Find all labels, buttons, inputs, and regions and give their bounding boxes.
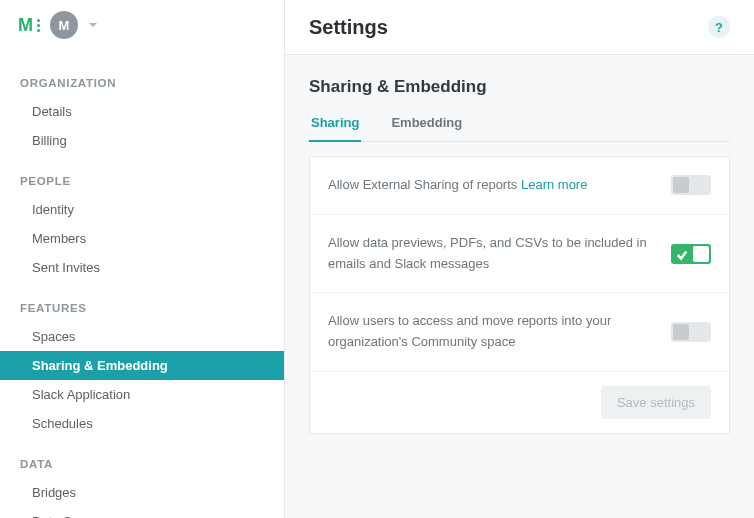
nav-group-title: FEATURES [0,296,284,322]
nav-group-title: ORGANIZATION [0,71,284,97]
sidebar-top: M M [0,0,284,51]
sidebar-item-slack-application[interactable]: Slack Application [0,380,284,409]
help-button[interactable]: ? [708,16,730,38]
tab-sharing[interactable]: Sharing [309,115,361,142]
sidebar: M M ORGANIZATIONDetailsBillingPEOPLEIden… [0,0,285,518]
page-title: Settings [309,16,388,39]
tabs: SharingEmbedding [309,115,730,142]
main-body: Sharing & Embedding SharingEmbedding All… [285,54,754,518]
nav-group-title: DATA [0,452,284,478]
main-header: Settings ? [285,0,754,54]
setting-external-sharing-toggle[interactable] [671,175,711,195]
sidebar-item-sharing-embedding[interactable]: Sharing & Embedding [0,351,284,380]
toggle-knob [693,246,709,262]
sidebar-item-spaces[interactable]: Spaces [0,322,284,351]
sidebar-item-data-sources[interactable]: Data Sources [0,507,284,518]
org-avatar[interactable]: M [50,11,78,39]
setting-community-space: Allow users to access and move reports i… [310,292,729,371]
setting-label: Allow users to access and move reports i… [328,311,648,353]
setting-community-space-toggle[interactable] [671,322,711,342]
sidebar-item-identity[interactable]: Identity [0,195,284,224]
section-title: Sharing & Embedding [309,77,730,97]
settings-panel: Allow External Sharing of reports Learn … [309,156,730,434]
setting-label: Allow External Sharing of reports Learn … [328,175,587,196]
app-logo[interactable]: M [18,15,40,36]
sidebar-item-details[interactable]: Details [0,97,284,126]
chevron-down-icon[interactable] [88,16,98,34]
setting-label: Allow data previews, PDFs, and CSVs to b… [328,233,648,275]
setting-data-previews-toggle[interactable] [671,244,711,264]
toggle-knob [673,177,689,193]
setting-external-sharing: Allow External Sharing of reports Learn … [310,157,729,214]
main: Settings ? Sharing & Embedding SharingEm… [285,0,754,518]
check-icon [676,247,688,265]
nav-group-title: PEOPLE [0,169,284,195]
tab-embedding[interactable]: Embedding [389,115,464,142]
setting-data-previews: Allow data previews, PDFs, and CSVs to b… [310,214,729,293]
sidebar-nav: ORGANIZATIONDetailsBillingPEOPLEIdentity… [0,51,284,518]
toggle-knob [673,324,689,340]
sidebar-item-members[interactable]: Members [0,224,284,253]
sidebar-item-billing[interactable]: Billing [0,126,284,155]
sidebar-item-schedules[interactable]: Schedules [0,409,284,438]
sidebar-item-bridges[interactable]: Bridges [0,478,284,507]
sidebar-item-sent-invites[interactable]: Sent Invites [0,253,284,282]
learn-more-link[interactable]: Learn more [521,177,587,192]
save-button[interactable]: Save settings [601,386,711,419]
panel-footer: Save settings [310,371,729,433]
